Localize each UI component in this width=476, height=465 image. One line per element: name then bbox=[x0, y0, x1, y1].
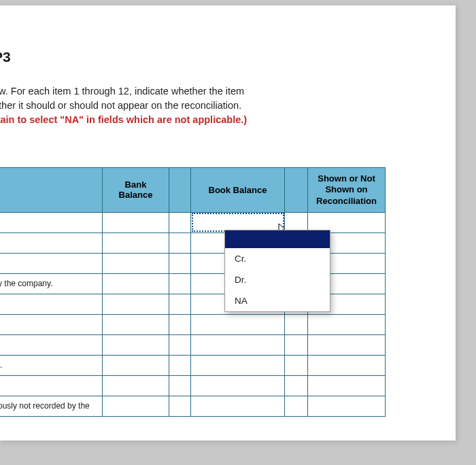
dropdown-option-dr[interactable]: Dr. bbox=[225, 269, 330, 290]
row-description: y the company. bbox=[0, 273, 103, 294]
table-row: ously not recorded by the bbox=[0, 396, 386, 416]
cell-bank[interactable] bbox=[103, 273, 169, 294]
cell-bank-aux[interactable] bbox=[169, 294, 191, 314]
col-head-bank-balance: Bank Balance bbox=[103, 168, 169, 213]
cell-bank-aux[interactable] bbox=[169, 273, 191, 294]
cell-bank[interactable] bbox=[103, 232, 169, 253]
table-row: t. bbox=[0, 355, 386, 375]
cell-book[interactable] bbox=[191, 334, 285, 355]
row-description bbox=[0, 314, 103, 334]
dropdown-option-blank[interactable] bbox=[225, 230, 330, 248]
table-row bbox=[0, 334, 386, 355]
cell-book[interactable] bbox=[191, 355, 285, 375]
row-description: ously not recorded by the bbox=[0, 396, 103, 416]
cell-book-aux[interactable] bbox=[285, 375, 308, 396]
cell-book-aux[interactable] bbox=[285, 334, 308, 355]
instruction-line-3: rtain to select "NA" in fields which are… bbox=[0, 114, 247, 125]
col-head-bank-aux bbox=[169, 168, 191, 213]
cell-bank-aux[interactable] bbox=[169, 396, 191, 416]
cell-book[interactable] bbox=[191, 375, 285, 396]
table-row bbox=[0, 375, 386, 396]
worksheet-page: P3 ow. For each item 1 through 12, indic… bbox=[0, 5, 456, 441]
row-description bbox=[0, 253, 103, 273]
cell-bank-aux[interactable] bbox=[169, 375, 191, 396]
cell-shown[interactable] bbox=[308, 396, 386, 416]
col-head-book-aux bbox=[285, 168, 308, 213]
cell-bank-aux[interactable] bbox=[169, 212, 191, 232]
row-description bbox=[0, 334, 103, 355]
cell-bank[interactable] bbox=[103, 396, 169, 416]
cell-book[interactable] bbox=[191, 314, 285, 334]
cell-bank[interactable] bbox=[103, 334, 169, 355]
row-description bbox=[0, 294, 103, 314]
cell-bank[interactable] bbox=[103, 253, 169, 273]
instruction-line-2: ether it should or should not appear on … bbox=[0, 100, 241, 111]
row-description bbox=[0, 375, 103, 396]
cell-bank-aux[interactable] bbox=[169, 253, 191, 273]
row-description: t. bbox=[0, 355, 103, 375]
row-description bbox=[0, 212, 103, 232]
dropdown-option-na[interactable]: NA bbox=[225, 290, 330, 311]
cell-bank[interactable] bbox=[103, 355, 169, 375]
cell-bank-aux[interactable] bbox=[169, 355, 191, 375]
cell-shown[interactable] bbox=[308, 334, 386, 355]
cell-bank[interactable] bbox=[103, 314, 169, 334]
cell-book-aux[interactable] bbox=[285, 396, 308, 416]
cell-shown[interactable] bbox=[308, 375, 386, 396]
cell-shown[interactable] bbox=[308, 355, 386, 375]
cell-book-aux[interactable] bbox=[285, 355, 308, 375]
cell-bank[interactable] bbox=[103, 212, 169, 232]
col-head-book-balance: Book Balance bbox=[191, 168, 285, 213]
cell-bank[interactable] bbox=[103, 375, 169, 396]
instructions-block: ow. For each item 1 through 12, indicate… bbox=[0, 65, 456, 127]
table-row bbox=[0, 314, 386, 334]
cell-bank[interactable] bbox=[103, 294, 169, 314]
page-heading: P3 bbox=[0, 5, 456, 65]
table-header-row: Bank Balance Book Balance Shown or Not S… bbox=[0, 168, 386, 213]
cell-bank-aux[interactable] bbox=[169, 232, 191, 253]
cell-book[interactable] bbox=[191, 396, 285, 416]
instruction-line-1: ow. For each item 1 through 12, indicate… bbox=[0, 86, 244, 97]
cell-bank-aux[interactable] bbox=[169, 314, 191, 334]
dropdown-option-cr[interactable]: Cr. bbox=[225, 248, 330, 269]
row-description bbox=[0, 232, 103, 253]
dropdown-menu[interactable]: Cr. Dr. NA bbox=[224, 230, 330, 312]
col-head-description bbox=[0, 168, 103, 213]
cell-book-aux[interactable] bbox=[285, 314, 308, 334]
col-head-shown: Shown or Not Shown on Reconciliation bbox=[308, 168, 386, 213]
cell-shown[interactable] bbox=[308, 314, 386, 334]
cell-bank-aux[interactable] bbox=[169, 334, 191, 355]
